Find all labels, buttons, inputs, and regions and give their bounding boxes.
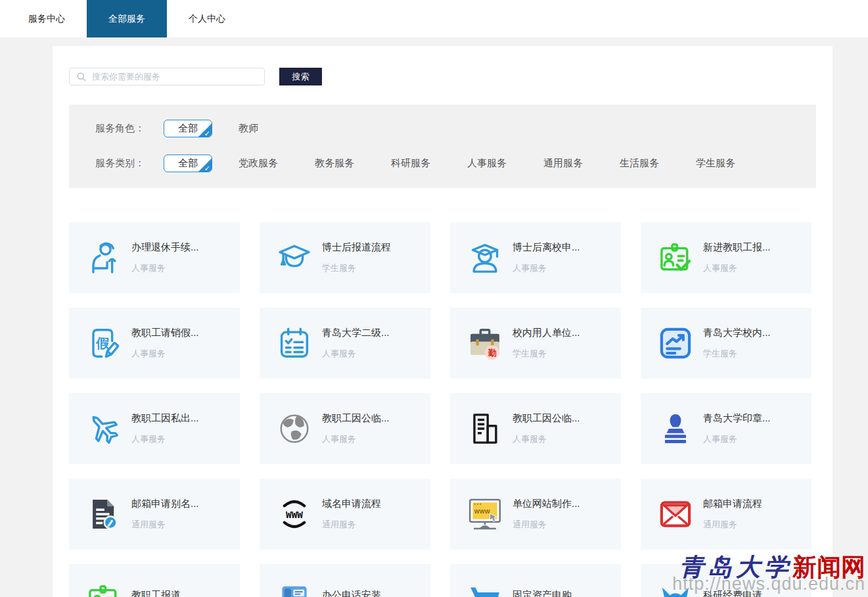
service-category: 人事服务	[322, 348, 390, 360]
service-card[interactable]: 青岛大学二级...人事服务	[260, 308, 430, 379]
service-category: 学生服务	[513, 348, 580, 360]
filter-option-selected[interactable]: 全部✓	[164, 120, 212, 137]
trend-chart-icon	[656, 324, 695, 362]
service-card[interactable]: WWW单位网站制作...通用服务	[450, 479, 621, 550]
service-title: 青岛大学印章...	[703, 412, 771, 425]
service-title: 青岛大学校内...	[703, 327, 771, 339]
filter-option-label: 科研服务	[391, 157, 430, 168]
service-card[interactable]: 办理退休手续...人事服务	[69, 222, 240, 293]
filter-option[interactable]: 教师	[239, 122, 258, 135]
envelope-icon	[656, 495, 695, 533]
service-category: 人事服务	[513, 433, 580, 445]
briefcase-badge-icon: 勤	[466, 324, 504, 362]
filter-row-role: 服务角色：全部✓教师	[95, 119, 816, 137]
filter-row-category: 服务类别：全部✓党政服务教务服务科研服务人事服务通用服务生活服务学生服务	[95, 154, 816, 172]
service-title: 科研经费申请	[703, 589, 762, 597]
search-button[interactable]: 搜索	[279, 68, 322, 85]
service-title: 邮箱申请流程	[703, 498, 762, 510]
service-title: 教职工请销假...	[131, 327, 199, 339]
service-card[interactable]: 新进教职工报...人事服务	[641, 222, 811, 293]
service-category: 通用服务	[322, 519, 381, 531]
service-card-text: 单位网站制作...通用服务	[513, 498, 580, 531]
service-card[interactable]: 教职工报道	[69, 564, 240, 597]
service-title: 域名申请流程	[322, 498, 381, 510]
service-card[interactable]: 邮箱申请流程通用服务	[641, 479, 811, 550]
service-card-text: 教职工因公临...人事服务	[322, 412, 390, 445]
service-card-text: 科研经费申请	[703, 589, 762, 597]
service-card-text: 域名申请流程通用服务	[322, 498, 381, 531]
filter-option-label: 全部	[178, 122, 198, 133]
tab-bar: 服务中心全部服务个人中心	[7, 0, 247, 37]
service-card[interactable]: 办公电话安装...	[260, 564, 430, 597]
search-section: 搜索	[53, 46, 833, 85]
filter-option-label: 党政服务	[239, 157, 278, 168]
service-title: 校内用人单位...	[513, 327, 580, 339]
search-icon	[76, 72, 86, 82]
content-panel: 搜索 服务角色：全部✓教师服务类别：全部✓党政服务教务服务科研服务人事服务通用服…	[53, 46, 833, 597]
filter-option[interactable]: 学生服务	[696, 157, 735, 170]
service-card-text: 博士后报道流程学生服务	[322, 241, 391, 274]
tab-all-services[interactable]: 全部服务	[87, 0, 167, 37]
filter-option[interactable]: 人事服务	[467, 157, 507, 170]
search-box[interactable]	[69, 68, 265, 85]
service-card-text: 青岛大学二级...人事服务	[322, 327, 390, 360]
service-card[interactable]: 假教职工请销假...人事服务	[69, 308, 240, 379]
service-card-text: 教职工报道	[131, 589, 181, 597]
cart-icon	[466, 581, 504, 597]
tab-personal-center[interactable]: 个人中心	[167, 0, 247, 37]
tab-service-center[interactable]: 服务中心	[7, 0, 87, 37]
service-card-text: 新进教职工报...人事服务	[703, 241, 771, 274]
top-navigation: 服务中心全部服务个人中心	[0, 0, 868, 37]
graduate-icon	[466, 239, 504, 277]
service-card[interactable]: 邮箱申请别名...通用服务	[69, 479, 240, 550]
service-title: 教职工因私出...	[131, 412, 199, 425]
phone-icon	[275, 581, 313, 597]
service-card[interactable]: 青岛大学校内...学生服务	[641, 308, 811, 379]
service-title: 新进教职工报...	[703, 241, 771, 254]
retiree-icon	[85, 239, 123, 277]
service-card[interactable]: 博士后离校申...人事服务	[450, 222, 621, 293]
filter-option[interactable]: 通用服务	[543, 157, 583, 170]
filter-option[interactable]: 党政服务	[239, 157, 278, 170]
graduation-cap-icon	[275, 239, 313, 277]
service-title: 教职工因公临...	[322, 412, 390, 425]
service-card[interactable]: 博士后报道流程学生服务	[260, 222, 430, 293]
service-card[interactable]: 科研经费申请	[641, 564, 811, 597]
service-card-text: 青岛大学印章...人事服务	[703, 412, 771, 445]
filter-option-selected[interactable]: 全部✓	[164, 155, 212, 172]
website-monitor-icon: WWW	[466, 495, 504, 533]
service-category: 人事服务	[131, 433, 199, 445]
service-card-text: 教职工因私出...人事服务	[131, 412, 199, 445]
filter-option-label: 学生服务	[696, 157, 735, 168]
filter-options: 全部✓教师	[164, 120, 258, 137]
service-card[interactable]: 固定资产申购...	[450, 564, 621, 597]
service-card[interactable]: 勤校内用人单位...学生服务	[450, 308, 621, 379]
service-card[interactable]: 教职工因私出...人事服务	[69, 393, 240, 464]
service-card[interactable]: 教职工因公临...人事服务	[450, 393, 621, 464]
www-icon: WWW	[275, 495, 313, 533]
service-category: 学生服务	[703, 348, 771, 360]
page-background: 搜索 服务角色：全部✓教师服务类别：全部✓党政服务教务服务科研服务人事服务通用服…	[0, 37, 868, 597]
filter-option-label: 通用服务	[543, 157, 583, 168]
filter-panel: 服务角色：全部✓教师服务类别：全部✓党政服务教务服务科研服务人事服务通用服务生活…	[69, 105, 816, 188]
search-input[interactable]	[91, 71, 258, 82]
service-category: 通用服务	[703, 519, 762, 531]
leave-form-icon: 假	[85, 324, 123, 362]
service-card-text: 教职工因公临...人事服务	[513, 412, 580, 445]
service-card[interactable]: WWW域名申请流程通用服务	[260, 479, 430, 550]
filter-label: 服务角色：	[95, 122, 164, 135]
document-edit-icon	[85, 495, 123, 533]
service-card-text: 校内用人单位...学生服务	[513, 327, 580, 360]
filter-option-label: 教师	[239, 122, 258, 133]
filter-option[interactable]: 科研服务	[391, 157, 430, 170]
research-fund-icon	[656, 581, 695, 597]
service-category: 人事服务	[513, 262, 580, 274]
service-card[interactable]: 青岛大学印章...人事服务	[641, 393, 811, 464]
filter-options: 全部✓党政服务教务服务科研服务人事服务通用服务生活服务学生服务	[164, 155, 735, 172]
service-category: 人事服务	[703, 262, 771, 274]
service-title: 邮箱申请别名...	[131, 498, 199, 510]
service-card[interactable]: 教职工因公临...人事服务	[260, 393, 430, 464]
filter-option[interactable]: 生活服务	[620, 157, 659, 170]
service-category: 通用服务	[131, 519, 199, 531]
filter-option[interactable]: 教务服务	[315, 157, 354, 170]
